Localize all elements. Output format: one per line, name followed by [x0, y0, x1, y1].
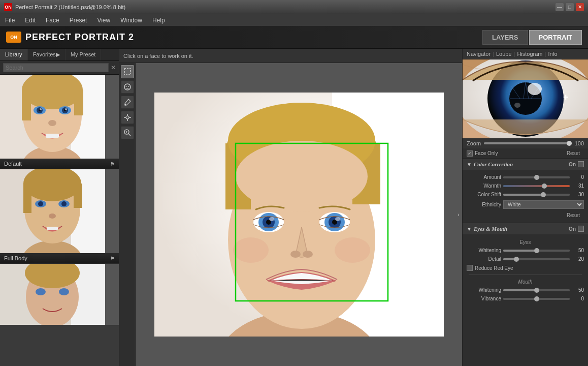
face-tool-button[interactable]: [121, 80, 134, 94]
close-button[interactable]: ✕: [576, 3, 584, 11]
eyes-mouth-header[interactable]: ▼ Eyes & Mouth On: [463, 223, 588, 234]
eyes-mouth-section: ▼ Eyes & Mouth On Eyes Whitening 50: [463, 223, 588, 306]
canvas-main: ›: [119, 63, 462, 366]
app-name: PERFECT PORTRAIT 2: [25, 32, 134, 43]
preset-item-default[interactable]: Default ⚑: [0, 75, 119, 169]
svg-point-65: [335, 217, 340, 221]
preset-item-3[interactable]: [0, 264, 119, 325]
tab-layers[interactable]: LAYERS: [482, 30, 528, 45]
eyes-subheader: Eyes: [463, 237, 588, 246]
search-input[interactable]: [3, 63, 109, 72]
tab-portrait[interactable]: PORTRAIT: [529, 30, 582, 45]
menu-face[interactable]: Face: [44, 16, 61, 25]
eyes-detail-slider[interactable]: [503, 258, 570, 260]
svg-rect-16: [46, 134, 59, 138]
reduce-red-eye-checkbox[interactable]: [467, 265, 473, 271]
search-clear-button[interactable]: ✕: [111, 64, 116, 71]
color-correction-enable-checkbox[interactable]: [578, 161, 584, 167]
svg-point-83: [528, 83, 542, 95]
preset-label-default: Default ⚑: [0, 159, 119, 169]
svg-rect-22: [23, 184, 31, 213]
mouth-whitening-slider[interactable]: [503, 289, 570, 291]
svg-text:+: +: [563, 92, 569, 102]
tab-info[interactable]: Info: [548, 51, 557, 57]
right-panel: Navigator | Loupe | Histogram | Info: [462, 49, 588, 366]
brush-tool-button[interactable]: [121, 96, 134, 109]
zoom-tool-button[interactable]: [121, 126, 134, 139]
vibrance-value: 0: [572, 296, 584, 301]
color-correction-body: Amount 0 Warmth 3: [463, 170, 588, 223]
menu-view[interactable]: View: [95, 16, 112, 25]
vibrance-slider[interactable]: [503, 298, 570, 300]
svg-point-67: [303, 251, 313, 258]
color-shift-value: 30: [572, 192, 584, 197]
canvas-next-arrow[interactable]: ›: [455, 207, 462, 222]
app-header: ON PERFECT PORTRAIT 2 LAYERS PORTRAIT: [0, 26, 588, 49]
amount-slider[interactable]: [503, 176, 570, 178]
tab-favorites[interactable]: Favorites▶: [28, 49, 66, 60]
navigator-thumbnail: +: [463, 59, 588, 138]
photo-container: [154, 93, 444, 337]
header-tabs: LAYERS PORTRAIT: [482, 30, 582, 45]
svg-point-69: [335, 237, 370, 263]
nav-tabs: Navigator | Loupe | Histogram | Info: [463, 49, 588, 59]
eyes-whitening-row: Whitening 50: [463, 246, 588, 255]
ethnicity-select[interactable]: White Asian Black Hispanic: [503, 200, 584, 209]
tab-histogram[interactable]: Histogram: [517, 51, 542, 57]
menu-window[interactable]: Window: [118, 16, 144, 25]
svg-point-15: [48, 120, 56, 126]
eyes-whitening-label: Whitening: [467, 248, 501, 253]
app-logo: ON PERFECT PORTRAIT 2: [6, 32, 134, 43]
canvas-area: Click on a face to work on it.: [119, 49, 462, 366]
eyes-mouth-enable-checkbox[interactable]: [578, 226, 584, 232]
select-tool-button[interactable]: [121, 65, 134, 78]
eyes-whitening-slider[interactable]: [503, 250, 570, 252]
menu-help[interactable]: Help: [150, 16, 167, 25]
warmth-slider[interactable]: [503, 185, 570, 187]
preset-flag-fullbody: ⚑: [110, 256, 115, 261]
color-correction-reset-button[interactable]: Reset: [563, 212, 584, 219]
tab-my-preset[interactable]: My Preset: [66, 49, 102, 60]
svg-rect-23: [74, 184, 82, 208]
zoom-value: 100: [575, 140, 584, 146]
svg-rect-36: [124, 69, 130, 75]
color-correction-on-label: On: [569, 162, 576, 167]
zoom-slider[interactable]: [484, 142, 572, 144]
svg-line-43: [128, 134, 130, 136]
preset-item-fullbody[interactable]: Full Body ⚑: [0, 169, 119, 264]
minimize-button[interactable]: —: [556, 3, 564, 11]
preset-label-fullbody: Full Body ⚑: [0, 253, 119, 263]
eyes-detail-value: 20: [572, 256, 584, 262]
menu-edit[interactable]: Edit: [23, 16, 38, 25]
tab-library[interactable]: Library: [0, 49, 28, 60]
color-shift-row: Color Shift 30: [463, 190, 588, 199]
maximize-button[interactable]: □: [566, 3, 574, 11]
tab-navigator[interactable]: Navigator: [467, 51, 491, 57]
menu-file[interactable]: File: [3, 16, 17, 25]
menubar: File Edit Face Preset View Window Help: [0, 14, 588, 26]
svg-point-25: [38, 201, 43, 206]
navigator-reset-button[interactable]: Reset: [563, 150, 584, 157]
face-only-checkbox[interactable]: [467, 150, 473, 157]
preset-tabs: Library Favorites▶ My Preset: [0, 49, 119, 61]
amount-value: 0: [572, 174, 584, 180]
eyes-mouth-on-label: On: [569, 226, 576, 232]
menu-preset[interactable]: Preset: [68, 16, 89, 25]
pan-tool-button[interactable]: [121, 111, 134, 124]
reduce-red-eye-row: Reduce Red Eye: [463, 263, 588, 272]
canvas-content[interactable]: ›: [136, 63, 462, 366]
ethnicity-label: Ethnicity: [467, 202, 501, 207]
window-controls: — □ ✕: [556, 3, 584, 11]
eyes-mouth-toggle-icon: ▼: [467, 226, 472, 232]
tab-loupe[interactable]: Loupe: [496, 51, 512, 57]
color-correction-header[interactable]: ▼ Color Correction On: [463, 159, 588, 170]
eyes-detail-row: Detail 20: [463, 255, 588, 263]
canvas-toolbar: Click on a face to work on it.: [119, 49, 462, 63]
zoom-bar: Zoom 100: [463, 138, 588, 148]
color-shift-label: Color Shift: [467, 192, 501, 197]
svg-point-28: [49, 214, 56, 219]
titlebar: ON Perfect Portrait 2 (Untitled.psd@19.0…: [0, 0, 588, 14]
svg-point-84: [514, 103, 520, 108]
color-shift-slider[interactable]: [503, 194, 570, 196]
mouth-subheader: Mouth: [463, 277, 588, 286]
